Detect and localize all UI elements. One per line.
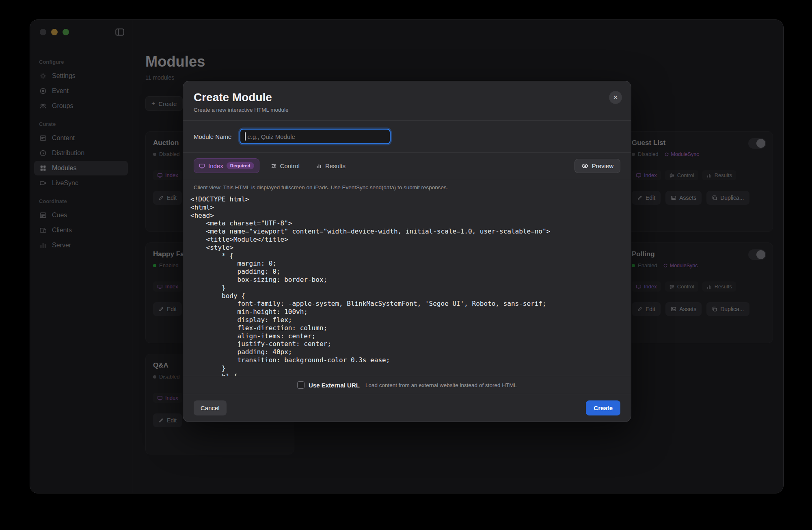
- cancel-button[interactable]: Cancel: [194, 400, 227, 415]
- editor-hint: Client view: This HTML is displayed full…: [183, 179, 631, 192]
- close-button[interactable]: ✕: [609, 91, 622, 104]
- preview-button[interactable]: Preview: [574, 159, 620, 173]
- modal-title: Create Module: [194, 91, 620, 104]
- preview-button-label: Preview: [592, 162, 613, 169]
- external-url-checkbox[interactable]: [297, 381, 304, 389]
- modal-header: Create Module Create a new interactive H…: [183, 81, 631, 121]
- external-url-label: Use External URL: [309, 382, 360, 389]
- module-name-input[interactable]: [240, 129, 391, 144]
- sliders-icon: [271, 163, 277, 169]
- tab-results-label: Results: [325, 162, 346, 169]
- module-name-label: Module Name: [194, 133, 231, 140]
- required-badge: Required: [227, 162, 254, 169]
- text-caret: [245, 132, 246, 141]
- code-editor[interactable]: <!DOCTYPE html> <html> <head> <meta char…: [183, 192, 631, 376]
- tab-results[interactable]: Results: [311, 159, 350, 173]
- bar-chart-icon: [316, 163, 322, 169]
- tab-control[interactable]: Control: [266, 159, 304, 173]
- code-content: <!DOCTYPE html> <html> <head> <meta char…: [190, 195, 620, 376]
- tab-index-label: Index: [208, 162, 223, 169]
- eye-icon: [581, 162, 588, 169]
- external-url-row: Use External URL Load content from an ex…: [183, 376, 631, 394]
- external-url-hint: Load content from an external website in…: [365, 382, 517, 388]
- modal-footer: Cancel Create: [183, 394, 631, 422]
- tab-control-label: Control: [280, 162, 300, 169]
- monitor-icon: [199, 163, 205, 169]
- modal-subtitle: Create a new interactive HTML module: [194, 107, 620, 113]
- app-window: Configure Settings Event Groups Curat: [30, 19, 784, 493]
- create-button[interactable]: Create: [586, 400, 620, 415]
- editor-tab-bar: Index Required Control Results Preview: [183, 153, 631, 179]
- close-icon: ✕: [613, 94, 618, 101]
- module-name-row: Module Name: [183, 121, 631, 153]
- create-module-modal: Create Module Create a new interactive H…: [183, 81, 631, 422]
- tab-index[interactable]: Index Required: [194, 158, 259, 173]
